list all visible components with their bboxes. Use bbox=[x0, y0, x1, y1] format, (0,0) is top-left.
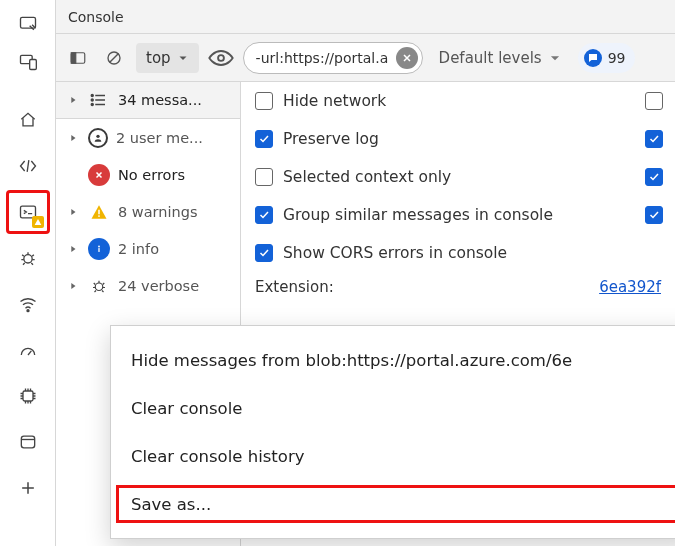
checkbox-icon[interactable] bbox=[645, 168, 663, 186]
svg-point-14 bbox=[91, 104, 93, 106]
setting-selected-context[interactable]: Selected context only bbox=[241, 158, 675, 196]
elements-icon[interactable] bbox=[6, 144, 50, 188]
checkbox-icon[interactable] bbox=[255, 92, 273, 110]
chevron-right-icon bbox=[66, 133, 80, 143]
ctx-item-label: Save as... bbox=[131, 495, 211, 514]
warning-icon bbox=[88, 201, 110, 223]
performance-icon[interactable] bbox=[6, 328, 50, 372]
svg-rect-19 bbox=[98, 248, 99, 252]
setting-label: Selected context only bbox=[283, 168, 451, 186]
svg-point-12 bbox=[91, 95, 93, 97]
svg-point-13 bbox=[91, 99, 93, 101]
sidebar-item-label: 8 warnings bbox=[118, 204, 234, 220]
setting-label: Preserve log bbox=[283, 130, 379, 148]
filter-input[interactable]: -url:https://portal.a bbox=[243, 42, 423, 74]
ctx-item-save-as[interactable]: Save as... bbox=[111, 480, 675, 528]
console-icon[interactable] bbox=[6, 190, 50, 234]
sidebar-item-label: 34 messa... bbox=[118, 92, 234, 108]
bug-icon bbox=[88, 275, 110, 297]
checkbox-icon[interactable] bbox=[255, 206, 273, 224]
svg-point-20 bbox=[95, 283, 103, 291]
issues-count: 99 bbox=[608, 50, 626, 66]
chevron-down-icon bbox=[177, 52, 189, 64]
activity-rail bbox=[0, 0, 56, 546]
sidebar-item-errors[interactable]: No errors bbox=[56, 156, 240, 193]
error-icon bbox=[88, 164, 110, 186]
network-icon[interactable] bbox=[6, 282, 50, 326]
setting-cors[interactable]: Show CORS errors in console bbox=[241, 234, 675, 272]
svg-rect-9 bbox=[71, 52, 76, 63]
svg-rect-2 bbox=[29, 60, 36, 70]
svg-point-15 bbox=[96, 134, 99, 137]
sidebar-item-verbose[interactable]: 24 verbose bbox=[56, 267, 240, 304]
svg-point-11 bbox=[218, 55, 224, 61]
device-toggle-icon[interactable] bbox=[6, 44, 50, 80]
sidebar-item-warnings[interactable]: 8 warnings bbox=[56, 193, 240, 230]
log-levels-select[interactable]: Default levels bbox=[431, 49, 570, 67]
clear-console-icon[interactable] bbox=[100, 44, 128, 72]
log-levels-label: Default levels bbox=[439, 49, 542, 67]
checkbox-icon[interactable] bbox=[645, 130, 663, 148]
sidebar-item-label: 2 info bbox=[118, 241, 234, 257]
ctx-item-clear-history[interactable]: Clear console history bbox=[111, 432, 675, 480]
svg-rect-16 bbox=[98, 209, 100, 214]
console-message-row[interactable]: Extension: 6ea392f bbox=[241, 272, 675, 302]
chevron-right-icon bbox=[66, 95, 80, 105]
sidebar-item-all[interactable]: 34 messa... bbox=[56, 82, 240, 119]
setting-hide-network[interactable]: Hide network bbox=[241, 82, 675, 120]
chevron-down-icon bbox=[548, 51, 562, 65]
ctx-item-label: Clear console history bbox=[131, 447, 304, 466]
more-tools-icon[interactable] bbox=[6, 466, 50, 510]
chat-icon bbox=[584, 49, 602, 67]
sidebar-item-label: No errors bbox=[118, 167, 234, 183]
sidebar-item-label: 24 verbose bbox=[118, 278, 234, 294]
checkbox-icon[interactable] bbox=[255, 130, 273, 148]
user-icon bbox=[88, 128, 108, 148]
panel-title-label: Console bbox=[68, 9, 124, 25]
extension-link[interactable]: 6ea392f bbox=[599, 278, 661, 296]
home-icon[interactable] bbox=[6, 98, 50, 142]
inspect-icon[interactable] bbox=[6, 6, 50, 42]
setting-label: Group similar messages in console bbox=[283, 206, 553, 224]
checkbox-icon[interactable] bbox=[645, 92, 663, 110]
context-select[interactable]: top bbox=[136, 43, 199, 73]
sidebar-item-label: 2 user me... bbox=[116, 130, 234, 146]
sidebar-toggle-icon[interactable] bbox=[64, 44, 92, 72]
ctx-item-clear-console[interactable]: Clear console bbox=[111, 384, 675, 432]
live-expression-icon[interactable] bbox=[207, 44, 235, 72]
warning-badge-icon bbox=[32, 216, 44, 228]
svg-point-4 bbox=[23, 255, 31, 263]
context-menu: Hide messages from blob:https://portal.a… bbox=[110, 325, 675, 539]
issues-pill[interactable]: 99 bbox=[578, 43, 636, 73]
info-icon bbox=[88, 238, 110, 260]
setting-label: Hide network bbox=[283, 92, 386, 110]
checkbox-icon[interactable] bbox=[255, 168, 273, 186]
svg-point-18 bbox=[98, 245, 100, 247]
application-icon[interactable] bbox=[6, 420, 50, 464]
setting-group-similar[interactable]: Group similar messages in console bbox=[241, 196, 675, 234]
context-select-label: top bbox=[146, 49, 171, 67]
panel-title: Console bbox=[56, 0, 675, 34]
chevron-right-icon bbox=[66, 207, 80, 217]
ctx-item-label: Clear console bbox=[131, 399, 242, 418]
clear-filter-icon[interactable] bbox=[396, 47, 418, 69]
sidebar-item-info[interactable]: 2 info bbox=[56, 230, 240, 267]
extension-label: Extension: bbox=[255, 278, 334, 296]
checkbox-icon[interactable] bbox=[255, 244, 273, 262]
list-icon bbox=[88, 89, 110, 111]
console-toolbar: top -url:https://portal.a Default levels… bbox=[56, 34, 675, 82]
svg-rect-17 bbox=[98, 215, 100, 217]
checkbox-icon[interactable] bbox=[645, 206, 663, 224]
chevron-right-icon bbox=[66, 281, 80, 291]
filter-input-value: -url:https://portal.a bbox=[256, 50, 389, 66]
svg-rect-7 bbox=[21, 436, 34, 448]
chevron-right-icon bbox=[66, 244, 80, 254]
svg-rect-6 bbox=[23, 391, 33, 401]
debug-icon[interactable] bbox=[6, 236, 50, 280]
ctx-item-hide-messages[interactable]: Hide messages from blob:https://portal.a… bbox=[111, 336, 675, 384]
memory-icon[interactable] bbox=[6, 374, 50, 418]
ctx-item-label: Hide messages from blob:https://portal.a… bbox=[131, 351, 572, 370]
svg-point-5 bbox=[27, 310, 29, 312]
setting-preserve-log[interactable]: Preserve log bbox=[241, 120, 675, 158]
sidebar-item-user[interactable]: 2 user me... bbox=[56, 119, 240, 156]
